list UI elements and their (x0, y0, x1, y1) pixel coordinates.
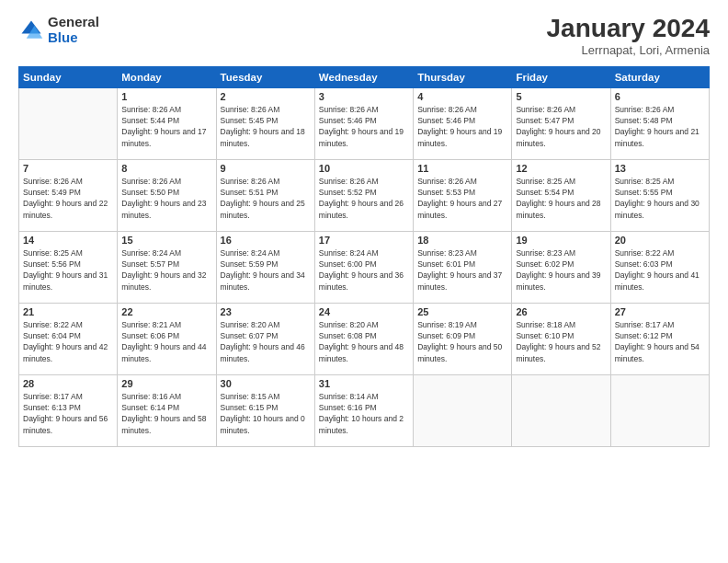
day-cell: 1 Sunrise: 8:26 AM Sunset: 5:44 PM Dayli… (118, 87, 216, 159)
daylight-text: Daylight: 9 hours and 42 minutes. (23, 342, 108, 362)
header-saturday: Saturday (610, 66, 709, 87)
daylight-text: Daylight: 9 hours and 46 minutes. (221, 342, 305, 362)
day-info: Sunrise: 8:26 AM Sunset: 5:46 PM Dayligh… (417, 104, 507, 149)
day-number: 4 (417, 91, 507, 102)
header-tuesday: Tuesday (216, 66, 314, 87)
day-cell: 29 Sunrise: 8:16 AM Sunset: 6:14 PM Dayl… (118, 374, 216, 446)
daylight-text: Daylight: 9 hours and 20 minutes. (516, 127, 600, 147)
sunset-text: Sunset: 6:08 PM (319, 331, 377, 340)
week-row-2: 7 Sunrise: 8:26 AM Sunset: 5:49 PM Dayli… (19, 159, 710, 231)
day-cell: 16 Sunrise: 8:24 AM Sunset: 5:59 PM Dayl… (216, 231, 314, 303)
day-cell: 10 Sunrise: 8:26 AM Sunset: 5:52 PM Dayl… (314, 159, 413, 231)
day-cell: 12 Sunrise: 8:25 AM Sunset: 5:54 PM Dayl… (512, 159, 610, 231)
daylight-text: Daylight: 9 hours and 48 minutes. (319, 342, 404, 362)
day-info: Sunrise: 8:20 AM Sunset: 6:08 PM Dayligh… (319, 319, 409, 364)
day-number: 9 (221, 163, 311, 174)
sunrise-text: Sunrise: 8:26 AM (417, 177, 477, 186)
week-row-4: 21 Sunrise: 8:22 AM Sunset: 6:04 PM Dayl… (19, 303, 710, 374)
day-info: Sunrise: 8:26 AM Sunset: 5:46 PM Dayligh… (319, 104, 409, 149)
day-number: 25 (417, 306, 507, 317)
sunset-text: Sunset: 5:54 PM (516, 188, 574, 197)
daylight-text: Daylight: 9 hours and 19 minutes. (417, 127, 502, 147)
sunset-text: Sunset: 5:47 PM (516, 116, 574, 125)
sunrise-text: Sunrise: 8:24 AM (319, 248, 379, 258)
title-block: January 2024 Lerrnapat, Lori, Armenia (547, 15, 710, 57)
day-cell: 19 Sunrise: 8:23 AM Sunset: 6:02 PM Dayl… (512, 231, 610, 303)
day-cell: 31 Sunrise: 8:14 AM Sunset: 6:16 PM Dayl… (314, 374, 413, 446)
day-number: 16 (221, 235, 311, 246)
logo: General Blue (18, 15, 99, 45)
day-cell: 27 Sunrise: 8:17 AM Sunset: 6:12 PM Dayl… (610, 303, 709, 374)
day-cell: 20 Sunrise: 8:22 AM Sunset: 6:03 PM Dayl… (610, 231, 709, 303)
day-cell: 22 Sunrise: 8:21 AM Sunset: 6:06 PM Dayl… (118, 303, 216, 374)
day-cell: 26 Sunrise: 8:18 AM Sunset: 6:10 PM Dayl… (512, 303, 610, 374)
day-cell: 3 Sunrise: 8:26 AM Sunset: 5:46 PM Dayli… (314, 87, 413, 159)
sunset-text: Sunset: 6:01 PM (417, 259, 475, 269)
day-cell: 9 Sunrise: 8:26 AM Sunset: 5:51 PM Dayli… (216, 159, 314, 231)
day-cell: 21 Sunrise: 8:22 AM Sunset: 6:04 PM Dayl… (19, 303, 118, 374)
day-info: Sunrise: 8:26 AM Sunset: 5:52 PM Dayligh… (319, 176, 409, 221)
sunrise-text: Sunrise: 8:22 AM (615, 248, 675, 258)
day-info: Sunrise: 8:26 AM Sunset: 5:45 PM Dayligh… (221, 104, 311, 149)
sunset-text: Sunset: 6:06 PM (121, 331, 179, 340)
sunset-text: Sunset: 5:49 PM (23, 188, 81, 197)
daylight-text: Daylight: 9 hours and 54 minutes. (615, 342, 700, 362)
sunrise-text: Sunrise: 8:25 AM (23, 248, 83, 258)
sunrise-text: Sunrise: 8:16 AM (121, 392, 181, 401)
daylight-text: Daylight: 9 hours and 26 minutes. (319, 199, 404, 219)
sunset-text: Sunset: 5:45 PM (221, 116, 279, 125)
daylight-text: Daylight: 9 hours and 44 minutes. (121, 342, 206, 362)
daylight-text: Daylight: 9 hours and 28 minutes. (516, 199, 600, 219)
day-number: 22 (121, 306, 211, 317)
day-info: Sunrise: 8:22 AM Sunset: 6:03 PM Dayligh… (615, 247, 705, 293)
sunrise-text: Sunrise: 8:25 AM (615, 177, 675, 186)
daylight-text: Daylight: 9 hours and 22 minutes. (23, 199, 108, 219)
sunrise-text: Sunrise: 8:17 AM (615, 320, 675, 329)
day-cell (414, 374, 512, 446)
day-info: Sunrise: 8:17 AM Sunset: 6:13 PM Dayligh… (23, 391, 113, 436)
day-number: 10 (319, 163, 409, 174)
sunset-text: Sunset: 5:46 PM (319, 116, 377, 125)
day-number: 11 (417, 163, 507, 174)
day-number: 12 (516, 163, 606, 174)
sunset-text: Sunset: 5:50 PM (121, 188, 179, 197)
sunrise-text: Sunrise: 8:26 AM (221, 105, 280, 114)
sunset-text: Sunset: 5:46 PM (417, 116, 475, 125)
sunrise-text: Sunrise: 8:20 AM (319, 320, 379, 329)
sunset-text: Sunset: 5:57 PM (121, 259, 179, 269)
sunset-text: Sunset: 6:13 PM (23, 403, 81, 412)
day-number: 30 (221, 378, 311, 389)
day-info: Sunrise: 8:16 AM Sunset: 6:14 PM Dayligh… (121, 391, 211, 436)
day-info: Sunrise: 8:19 AM Sunset: 6:09 PM Dayligh… (417, 319, 507, 364)
sunrise-text: Sunrise: 8:26 AM (319, 105, 379, 114)
day-cell: 17 Sunrise: 8:24 AM Sunset: 6:00 PM Dayl… (314, 231, 413, 303)
day-info: Sunrise: 8:26 AM Sunset: 5:47 PM Dayligh… (516, 104, 606, 149)
day-info: Sunrise: 8:15 AM Sunset: 6:15 PM Dayligh… (221, 391, 311, 436)
daylight-text: Daylight: 9 hours and 18 minutes. (221, 127, 305, 147)
day-number: 28 (23, 378, 113, 389)
daylight-text: Daylight: 9 hours and 30 minutes. (615, 199, 700, 219)
sunset-text: Sunset: 6:09 PM (417, 331, 475, 340)
sunrise-text: Sunrise: 8:23 AM (516, 248, 575, 258)
day-number: 6 (615, 91, 705, 102)
day-cell: 23 Sunrise: 8:20 AM Sunset: 6:07 PM Dayl… (216, 303, 314, 374)
day-info: Sunrise: 8:26 AM Sunset: 5:44 PM Dayligh… (121, 104, 211, 149)
page: General Blue January 2024 Lerrnapat, Lor… (0, 0, 728, 563)
day-cell: 6 Sunrise: 8:26 AM Sunset: 5:48 PM Dayli… (610, 87, 709, 159)
day-number: 1 (121, 91, 211, 102)
day-info: Sunrise: 8:24 AM Sunset: 6:00 PM Dayligh… (319, 247, 409, 293)
daylight-text: Daylight: 9 hours and 50 minutes. (417, 342, 502, 362)
sunset-text: Sunset: 6:10 PM (516, 331, 574, 340)
sunset-text: Sunset: 6:16 PM (319, 403, 377, 412)
day-number: 24 (319, 306, 409, 317)
sunrise-text: Sunrise: 8:26 AM (516, 105, 575, 114)
sunrise-text: Sunrise: 8:21 AM (121, 320, 181, 329)
sunset-text: Sunset: 5:59 PM (221, 259, 279, 269)
header: General Blue January 2024 Lerrnapat, Lor… (18, 15, 710, 57)
sunrise-text: Sunrise: 8:22 AM (23, 320, 83, 329)
day-cell: 4 Sunrise: 8:26 AM Sunset: 5:46 PM Dayli… (414, 87, 512, 159)
daylight-text: Daylight: 9 hours and 27 minutes. (417, 199, 502, 219)
sunset-text: Sunset: 6:12 PM (615, 331, 673, 340)
day-info: Sunrise: 8:17 AM Sunset: 6:12 PM Dayligh… (615, 319, 705, 364)
day-number: 7 (23, 163, 113, 174)
